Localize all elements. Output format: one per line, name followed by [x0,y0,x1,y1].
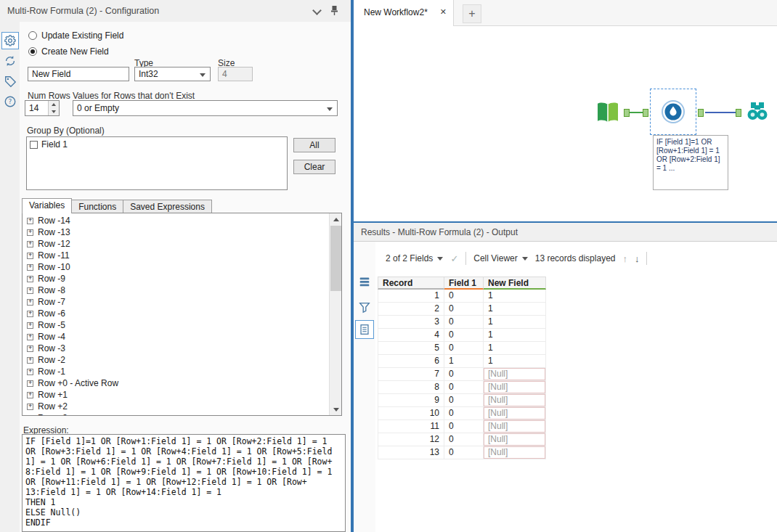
input-data-tool[interactable] [593,99,622,128]
expand-plus-icon[interactable] [27,229,33,236]
workflow-tab[interactable]: New Workflow2* ✕ [354,0,454,26]
table-row[interactable]: 12 0 [Null] [378,433,546,446]
record-cell[interactable]: 10 [378,407,444,420]
newfield-cell[interactable]: [Null] [484,394,546,407]
variable-item[interactable]: Row -14 [23,215,329,226]
cell-viewer-dropdown[interactable]: Cell Viewer [473,253,527,263]
newfield-cell[interactable]: 1 [484,342,546,355]
browse-tool[interactable] [743,97,772,126]
record-cell[interactable]: 3 [378,316,444,329]
radio-create-new[interactable]: Create New Field [28,46,109,57]
input-anchor[interactable] [643,109,648,117]
tab-saved-expressions[interactable]: Saved Expressions [123,200,212,213]
expand-plus-icon[interactable] [27,253,33,259]
variable-item[interactable]: Row +3 [23,412,329,416]
newfield-cell[interactable]: 1 [484,329,546,342]
values-dropdown[interactable]: 0 or Empty [73,100,338,116]
stepper-down-icon[interactable] [49,108,59,115]
table-view-icon[interactable] [355,320,374,339]
radio-circle-icon[interactable] [28,31,37,40]
checkbox-icon[interactable] [30,141,38,149]
variables-scrollbar[interactable] [329,213,341,415]
variable-item[interactable]: Row -8 [23,285,329,296]
table-row[interactable]: 7 0 [Null] [378,368,546,381]
expand-plus-icon[interactable] [27,392,33,398]
scroll-top-icon[interactable]: ↑ [622,253,627,264]
field1-cell[interactable]: 0 [444,407,484,420]
variable-item[interactable]: Row -3 [23,343,329,354]
table-row[interactable]: 11 0 [Null] [378,420,546,433]
newfield-cell[interactable]: 1 [484,355,546,368]
output-anchor[interactable] [624,109,630,117]
table-row[interactable]: 1 0 1 [378,290,546,303]
variable-item[interactable]: Row -11 [23,250,329,261]
table-row[interactable]: 6 1 1 [378,355,546,368]
data-rows-icon[interactable] [356,273,373,290]
table-row[interactable]: 5 0 1 [378,342,546,355]
field-name-input[interactable]: New Field [28,67,129,81]
expand-plus-icon[interactable] [27,380,33,387]
expand-plus-icon[interactable] [27,218,33,224]
field1-cell[interactable]: 0 [444,446,484,459]
close-icon[interactable]: ✕ [440,7,447,17]
newfield-cell[interactable]: 1 [484,290,546,303]
expand-plus-icon[interactable] [27,311,33,317]
newfield-cell[interactable]: [Null] [484,407,546,420]
newfield-cell[interactable]: 1 [484,303,546,316]
record-cell[interactable]: 4 [378,329,444,342]
apply-check-icon[interactable]: ✓ [450,253,458,264]
field1-cell[interactable]: 0 [444,316,484,329]
field1-cell[interactable]: 0 [444,329,484,342]
variable-item[interactable]: Row -1 [23,366,329,377]
navigation-sync-icon[interactable] [1,52,19,70]
column-header-newfield[interactable]: New Field [484,277,546,290]
expand-plus-icon[interactable] [27,334,33,340]
configuration-tool-icon[interactable] [1,32,19,49]
num-rows-stepper[interactable]: 14 [25,100,60,116]
field1-cell[interactable]: 1 [444,355,484,368]
newfield-cell[interactable]: [Null] [484,433,546,446]
group-by-list[interactable]: Field 1 [26,136,288,190]
record-cell[interactable]: 2 [378,303,444,316]
scroll-up-icon[interactable] [330,213,342,225]
variable-item[interactable]: Row -13 [23,226,329,238]
fields-dropdown[interactable]: 2 of 2 Fields [386,253,443,263]
expand-plus-icon[interactable] [27,357,33,364]
record-cell[interactable]: 1 [378,290,444,303]
table-row[interactable]: 9 0 [Null] [378,394,546,407]
tab-variables[interactable]: Variables [22,198,72,213]
newfield-cell[interactable]: [Null] [484,446,546,459]
column-header-field1[interactable]: Field 1 [444,277,484,290]
expand-plus-icon[interactable] [27,404,33,410]
table-row[interactable]: 3 0 1 [378,316,546,329]
record-cell[interactable]: 8 [378,381,444,394]
stepper-up-icon[interactable] [49,101,59,108]
variable-item[interactable]: Row -9 [23,273,329,285]
column-header-record[interactable]: Record [378,277,444,290]
tab-functions[interactable]: Functions [71,200,123,213]
output-anchor[interactable] [698,109,704,117]
table-row[interactable]: 8 0 [Null] [378,381,546,394]
variable-item[interactable]: Row +2 [23,401,329,412]
field1-cell[interactable]: 0 [444,342,484,355]
table-row[interactable]: 13 0 [Null] [378,446,546,459]
expand-plus-icon[interactable] [27,369,33,375]
table-row[interactable]: 4 0 1 [378,329,546,342]
field1-cell[interactable]: 0 [444,420,484,433]
pin-icon[interactable] [330,5,339,18]
table-row[interactable]: 10 0 [Null] [378,407,546,420]
table-row[interactable]: 2 0 1 [378,303,546,316]
field1-cell[interactable]: 0 [444,394,484,407]
field1-cell[interactable]: 0 [444,290,484,303]
newfield-cell[interactable]: 1 [484,316,546,329]
radio-circle-icon[interactable] [28,47,37,56]
field1-cell[interactable]: 0 [444,433,484,446]
scroll-down-icon[interactable] [330,404,342,415]
scroll-bottom-icon[interactable]: ↓ [635,253,640,264]
metadata-icon[interactable] [356,298,373,316]
expand-plus-icon[interactable] [27,264,33,271]
variable-item[interactable]: Row -2 [23,354,329,366]
field1-cell[interactable]: 0 [444,303,484,316]
expression-editor[interactable]: IF [Field 1]=1 OR [Row+1:Field 1] = 1 OR… [22,434,346,532]
type-dropdown[interactable]: Int32 [134,67,211,81]
